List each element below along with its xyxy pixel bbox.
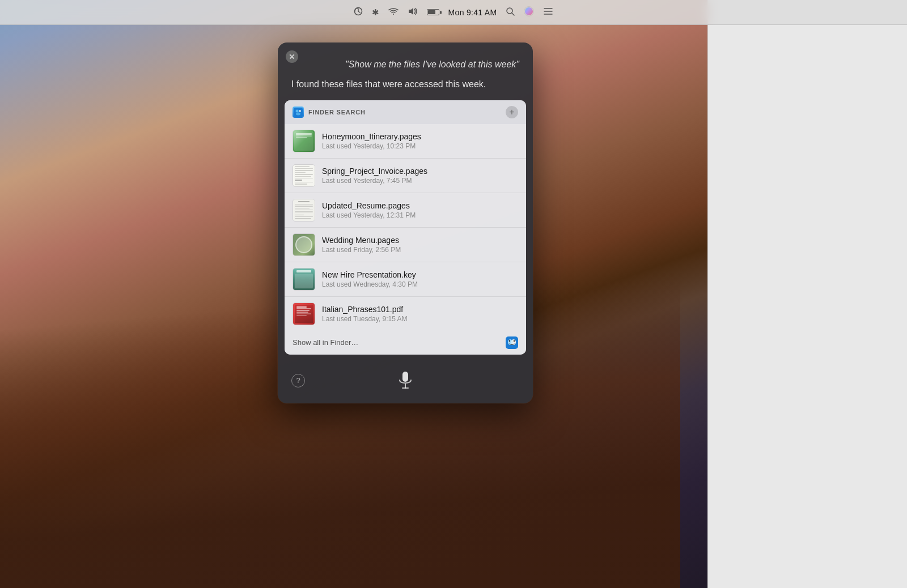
file-thumbnail (293, 199, 315, 221)
file-meta: Last used Tuesday, 9:15 AM (322, 315, 518, 323)
file-thumbnail (293, 268, 315, 291)
siri-menubar-icon[interactable] (524, 6, 534, 19)
bluetooth-icon[interactable]: ✱ (372, 7, 379, 18)
finder-icon (293, 106, 304, 118)
show-all-row[interactable]: Show all in Finder… (285, 331, 526, 355)
battery-icon[interactable] (427, 9, 439, 15)
show-all-text[interactable]: Show all in Finder… (293, 338, 358, 347)
file-name: Honeymoon_Itinerary.pages (322, 132, 518, 141)
file-thumbnail (293, 233, 315, 256)
svg-marker-1 (409, 8, 413, 15)
svg-point-16 (511, 340, 513, 344)
file-name: New Hire Presentation.key (322, 270, 518, 279)
menubar: ✱ Mon 9:41 AM (0, 0, 907, 25)
file-item[interactable]: Wedding Menu.pages Last used Friday, 2:5… (285, 228, 526, 262)
siri-help-button[interactable]: ? (291, 374, 305, 387)
finder-add-button[interactable]: + (506, 106, 518, 118)
svg-line-3 (512, 13, 514, 15)
siri-query-text: "Show me the files I've looked at this w… (291, 54, 519, 71)
wifi-icon[interactable] (388, 7, 399, 18)
siri-mic-button[interactable] (393, 368, 418, 393)
svg-rect-9 (294, 108, 303, 117)
file-thumbnail (293, 302, 315, 325)
svg-point-12 (296, 112, 300, 115)
siri-header: "Show me the files I've looked at this w… (278, 42, 533, 100)
finder-search-card: FINDER SEARCH + Honeymoon_ (285, 100, 526, 355)
menubar-time[interactable]: Mon 9:41 AM (448, 8, 497, 17)
file-item[interactable]: Spring_Project_Invoice.pages Last used Y… (285, 159, 526, 193)
file-name: Updated_Resume.pages (322, 201, 518, 210)
file-info: Updated_Resume.pages Last used Yesterday… (322, 201, 518, 219)
svg-point-11 (299, 110, 301, 112)
time-machine-icon[interactable] (354, 7, 363, 18)
finder-card-header: FINDER SEARCH + (285, 100, 526, 124)
file-item[interactable]: Honeymoon_Itinerary.pages Last used Yest… (285, 124, 526, 159)
file-info: New Hire Presentation.key Last used Wedn… (322, 270, 518, 288)
close-button[interactable] (286, 50, 298, 63)
file-thumbnail (293, 164, 315, 187)
file-name: Spring_Project_Invoice.pages (322, 167, 518, 176)
file-item[interactable]: Italian_Phrases101.pdf Last used Tuesday… (285, 297, 526, 331)
file-info: Spring_Project_Invoice.pages Last used Y… (322, 167, 518, 185)
file-thumbnail (293, 130, 315, 152)
spotlight-icon[interactable] (506, 7, 515, 18)
file-meta: Last used Wednesday, 4:30 PM (322, 280, 518, 288)
file-name: Italian_Phrases101.pdf (322, 305, 518, 314)
file-list: Honeymoon_Itinerary.pages Last used Yest… (285, 124, 526, 331)
finder-title-group: FINDER SEARCH (293, 106, 366, 118)
file-info: Wedding Menu.pages Last used Friday, 2:5… (322, 236, 518, 254)
file-name: Wedding Menu.pages (322, 236, 518, 245)
svg-point-10 (296, 109, 299, 112)
file-meta: Last used Yesterday, 7:45 PM (322, 177, 518, 185)
siri-footer: ? (278, 360, 533, 403)
volume-icon[interactable] (408, 7, 418, 18)
finder-search-label: FINDER SEARCH (308, 109, 366, 116)
siri-response-text: I found these files that were accessed t… (291, 78, 519, 91)
file-item[interactable]: Updated_Resume.pages Last used Yesterday… (285, 193, 526, 228)
right-panel (707, 0, 907, 588)
file-info: Italian_Phrases101.pdf Last used Tuesday… (322, 305, 518, 323)
svg-point-5 (525, 7, 533, 15)
file-meta: Last used Yesterday, 12:31 PM (322, 211, 518, 219)
siri-window: "Show me the files I've looked at this w… (278, 42, 533, 403)
file-info: Honeymoon_Itinerary.pages Last used Yest… (322, 132, 518, 150)
file-meta: Last used Yesterday, 10:23 PM (322, 142, 518, 150)
svg-rect-21 (402, 372, 408, 382)
finder-logo-icon (506, 336, 518, 349)
notification-center-icon[interactable] (543, 7, 553, 18)
file-meta: Last used Friday, 2:56 PM (322, 246, 518, 254)
file-item[interactable]: New Hire Presentation.key Last used Wedn… (285, 262, 526, 297)
